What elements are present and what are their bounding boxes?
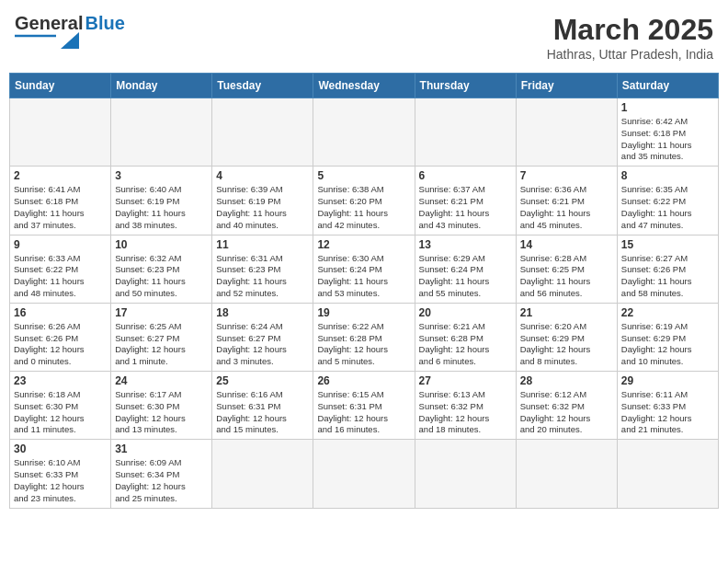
month-title: March 2025 xyxy=(547,13,713,47)
calendar: SundayMondayTuesdayWednesdayThursdayFrid… xyxy=(9,73,719,509)
calendar-day-cell: 17Sunrise: 6:25 AM Sunset: 6:27 PM Dayli… xyxy=(111,303,212,371)
day-number: 21 xyxy=(520,306,613,319)
calendar-day-cell: 23Sunrise: 6:18 AM Sunset: 6:30 PM Dayli… xyxy=(10,372,111,440)
calendar-day-cell xyxy=(212,98,313,167)
day-number: 6 xyxy=(419,169,512,182)
calendar-day-cell: 12Sunrise: 6:30 AM Sunset: 6:24 PM Dayli… xyxy=(313,235,415,303)
day-info: Sunrise: 6:20 AM Sunset: 6:29 PM Dayligh… xyxy=(520,321,613,368)
day-info: Sunrise: 6:24 AM Sunset: 6:27 PM Dayligh… xyxy=(216,321,309,368)
day-number: 26 xyxy=(317,374,410,387)
day-info: Sunrise: 6:09 AM Sunset: 6:34 PM Dayligh… xyxy=(115,457,208,504)
calendar-day-cell: 26Sunrise: 6:15 AM Sunset: 6:31 PM Dayli… xyxy=(313,372,415,440)
weekday-header-cell: Wednesday xyxy=(313,74,415,98)
calendar-day-cell: 2Sunrise: 6:41 AM Sunset: 6:18 PM Daylig… xyxy=(10,167,111,235)
calendar-day-cell: 24Sunrise: 6:17 AM Sunset: 6:30 PM Dayli… xyxy=(111,372,212,440)
day-info: Sunrise: 6:25 AM Sunset: 6:27 PM Dayligh… xyxy=(115,321,208,368)
day-info: Sunrise: 6:31 AM Sunset: 6:23 PM Dayligh… xyxy=(216,253,309,300)
calendar-day-cell: 22Sunrise: 6:19 AM Sunset: 6:29 PM Dayli… xyxy=(617,303,718,371)
logo: General Blue xyxy=(15,13,125,49)
logo-triangle-icon xyxy=(61,32,79,49)
day-number: 31 xyxy=(115,442,208,455)
calendar-day-cell: 9Sunrise: 6:33 AM Sunset: 6:22 PM Daylig… xyxy=(10,235,111,303)
day-info: Sunrise: 6:12 AM Sunset: 6:32 PM Dayligh… xyxy=(520,389,613,436)
day-number: 28 xyxy=(520,374,613,387)
day-number: 12 xyxy=(317,238,410,251)
calendar-day-cell: 8Sunrise: 6:35 AM Sunset: 6:22 PM Daylig… xyxy=(617,167,718,235)
calendar-day-cell xyxy=(313,440,415,508)
day-number: 19 xyxy=(317,306,410,319)
calendar-week-row: 16Sunrise: 6:26 AM Sunset: 6:26 PM Dayli… xyxy=(10,303,719,371)
day-number: 4 xyxy=(216,169,309,182)
day-info: Sunrise: 6:11 AM Sunset: 6:33 PM Dayligh… xyxy=(621,389,714,436)
calendar-day-cell: 5Sunrise: 6:38 AM Sunset: 6:20 PM Daylig… xyxy=(313,167,415,235)
day-number: 14 xyxy=(520,238,613,251)
calendar-day-cell xyxy=(516,440,617,508)
calendar-day-cell: 1Sunrise: 6:42 AM Sunset: 6:18 PM Daylig… xyxy=(617,98,718,167)
calendar-week-row: 23Sunrise: 6:18 AM Sunset: 6:30 PM Dayli… xyxy=(10,372,719,440)
calendar-day-cell: 27Sunrise: 6:13 AM Sunset: 6:32 PM Dayli… xyxy=(415,372,516,440)
calendar-day-cell xyxy=(516,98,617,167)
calendar-day-cell: 16Sunrise: 6:26 AM Sunset: 6:26 PM Dayli… xyxy=(10,303,111,371)
calendar-day-cell xyxy=(212,440,313,508)
day-number: 30 xyxy=(14,442,107,455)
calendar-day-cell: 28Sunrise: 6:12 AM Sunset: 6:32 PM Dayli… xyxy=(516,372,617,440)
day-info: Sunrise: 6:40 AM Sunset: 6:19 PM Dayligh… xyxy=(115,184,208,231)
day-number: 24 xyxy=(115,374,208,387)
day-number: 20 xyxy=(419,306,512,319)
day-info: Sunrise: 6:27 AM Sunset: 6:26 PM Dayligh… xyxy=(621,253,714,300)
calendar-day-cell: 18Sunrise: 6:24 AM Sunset: 6:27 PM Dayli… xyxy=(212,303,313,371)
day-info: Sunrise: 6:10 AM Sunset: 6:33 PM Dayligh… xyxy=(14,457,107,504)
day-number: 18 xyxy=(216,306,309,319)
day-info: Sunrise: 6:22 AM Sunset: 6:28 PM Dayligh… xyxy=(317,321,410,368)
calendar-day-cell xyxy=(617,440,718,508)
day-number: 13 xyxy=(419,238,512,251)
day-info: Sunrise: 6:39 AM Sunset: 6:19 PM Dayligh… xyxy=(216,184,309,231)
calendar-day-cell xyxy=(10,98,111,167)
day-info: Sunrise: 6:28 AM Sunset: 6:25 PM Dayligh… xyxy=(520,253,613,300)
day-number: 16 xyxy=(14,306,107,319)
day-info: Sunrise: 6:30 AM Sunset: 6:24 PM Dayligh… xyxy=(317,253,410,300)
calendar-day-cell: 14Sunrise: 6:28 AM Sunset: 6:25 PM Dayli… xyxy=(516,235,617,303)
day-info: Sunrise: 6:13 AM Sunset: 6:32 PM Dayligh… xyxy=(419,389,512,436)
calendar-day-cell xyxy=(415,98,516,167)
calendar-week-row: 9Sunrise: 6:33 AM Sunset: 6:22 PM Daylig… xyxy=(10,235,719,303)
day-info: Sunrise: 6:33 AM Sunset: 6:22 PM Dayligh… xyxy=(14,253,107,300)
day-number: 8 xyxy=(621,169,714,182)
calendar-day-cell: 10Sunrise: 6:32 AM Sunset: 6:23 PM Dayli… xyxy=(111,235,212,303)
day-number: 5 xyxy=(317,169,410,182)
calendar-day-cell xyxy=(415,440,516,508)
day-number: 23 xyxy=(14,374,107,387)
day-info: Sunrise: 6:38 AM Sunset: 6:20 PM Dayligh… xyxy=(317,184,410,231)
weekday-header-cell: Tuesday xyxy=(212,74,313,98)
svg-marker-1 xyxy=(61,32,79,49)
day-number: 9 xyxy=(14,238,107,251)
weekday-header-row: SundayMondayTuesdayWednesdayThursdayFrid… xyxy=(10,74,719,98)
day-number: 7 xyxy=(520,169,613,182)
day-info: Sunrise: 6:18 AM Sunset: 6:30 PM Dayligh… xyxy=(14,389,107,436)
calendar-week-row: 30Sunrise: 6:10 AM Sunset: 6:33 PM Dayli… xyxy=(10,440,719,508)
calendar-day-cell: 20Sunrise: 6:21 AM Sunset: 6:28 PM Dayli… xyxy=(415,303,516,371)
day-info: Sunrise: 6:19 AM Sunset: 6:29 PM Dayligh… xyxy=(621,321,714,368)
calendar-day-cell: 4Sunrise: 6:39 AM Sunset: 6:19 PM Daylig… xyxy=(212,167,313,235)
calendar-day-cell: 19Sunrise: 6:22 AM Sunset: 6:28 PM Dayli… xyxy=(313,303,415,371)
day-number: 27 xyxy=(419,374,512,387)
day-number: 3 xyxy=(115,169,208,182)
logo-blue-text: Blue xyxy=(85,13,124,34)
day-number: 1 xyxy=(621,101,714,114)
weekday-header-cell: Friday xyxy=(516,74,617,98)
day-info: Sunrise: 6:35 AM Sunset: 6:22 PM Dayligh… xyxy=(621,184,714,231)
day-number: 25 xyxy=(216,374,309,387)
logo-general-text: General xyxy=(15,13,83,34)
calendar-day-cell: 25Sunrise: 6:16 AM Sunset: 6:31 PM Dayli… xyxy=(212,372,313,440)
subtitle: Hathras, Uttar Pradesh, India xyxy=(547,47,713,62)
calendar-day-cell: 15Sunrise: 6:27 AM Sunset: 6:26 PM Dayli… xyxy=(617,235,718,303)
day-number: 11 xyxy=(216,238,309,251)
day-number: 15 xyxy=(621,238,714,251)
calendar-week-row: 2Sunrise: 6:41 AM Sunset: 6:18 PM Daylig… xyxy=(10,167,719,235)
weekday-header-cell: Sunday xyxy=(10,74,111,98)
day-info: Sunrise: 6:16 AM Sunset: 6:31 PM Dayligh… xyxy=(216,389,309,436)
weekday-header-cell: Thursday xyxy=(415,74,516,98)
logo-underline-icon xyxy=(15,32,61,49)
day-info: Sunrise: 6:15 AM Sunset: 6:31 PM Dayligh… xyxy=(317,389,410,436)
calendar-day-cell xyxy=(313,98,415,167)
